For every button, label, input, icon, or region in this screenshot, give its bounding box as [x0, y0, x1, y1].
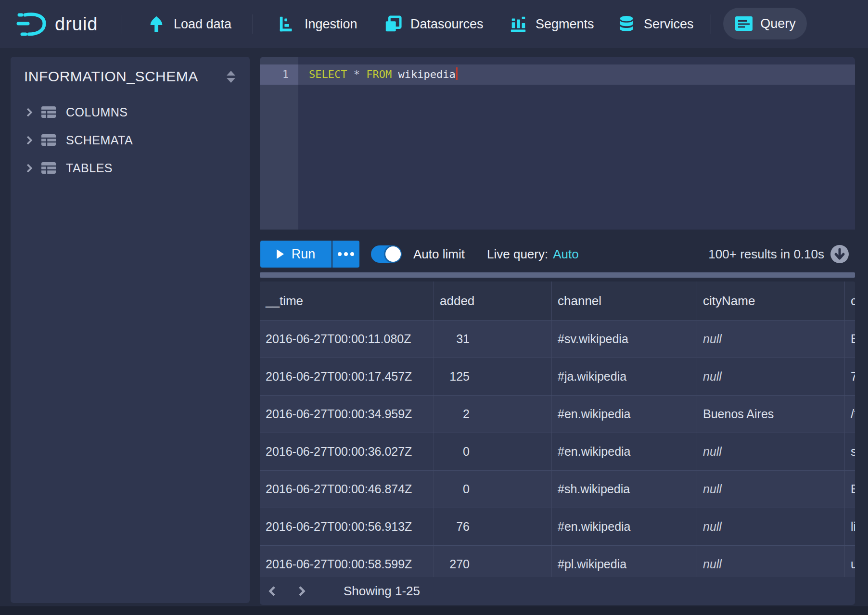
cell-cityname[interactable]: null — [697, 358, 845, 395]
cell-cityname[interactable]: null — [697, 320, 845, 358]
header-cell-time[interactable]: __time — [260, 282, 434, 320]
run-button[interactable]: Run — [260, 241, 332, 268]
cell-channel[interactable]: #en.wikipedia — [552, 508, 697, 545]
cell-channel[interactable]: #en.wikipedia — [552, 433, 697, 470]
cell-channel[interactable]: #sh.wikipedia — [552, 471, 697, 508]
more-icon — [338, 252, 342, 256]
schema-header: INFORMATION_SCHEMA — [11, 57, 250, 85]
play-icon — [277, 249, 284, 259]
toggle-knob — [385, 246, 401, 262]
results-summary: 100+ results in 0.10s — [708, 241, 824, 268]
chevron-left-icon — [268, 586, 278, 596]
pagination-bar: Showing 1-25 — [260, 577, 855, 605]
sql-table-name: wikipedia — [398, 68, 455, 80]
line-number: 1 — [260, 64, 289, 85]
table-row: 2016-06-27T00:00:34.959Z 2 #en.wikipedia… — [260, 395, 855, 433]
nav-item-services[interactable]: Services — [617, 0, 694, 48]
download-icon — [830, 244, 849, 264]
nav-item-label: Ingestion — [305, 17, 357, 32]
cell-cityname[interactable]: null — [697, 471, 845, 508]
table-row: 2016-06-27T00:00:56.913Z 76 #en.wikipedi… — [260, 508, 855, 545]
horizontal-scrollbar[interactable] — [260, 272, 855, 278]
table-row: 2016-06-27T00:00:36.027Z 0 #en.wikipedia… — [260, 433, 855, 470]
cell-time[interactable]: 2016-06-27T00:00:56.913Z — [260, 508, 434, 545]
text-cursor — [456, 67, 458, 80]
cell-time[interactable]: 2016-06-27T00:00:34.959Z — [260, 396, 434, 433]
cell-added[interactable]: 0 — [434, 471, 552, 508]
nav-item-ingestion[interactable]: Ingestion — [278, 0, 357, 48]
cell-added[interactable]: 76 — [434, 508, 552, 545]
cell-time[interactable]: 2016-06-27T00:00:46.874Z — [260, 471, 434, 508]
chevron-right-icon — [24, 108, 32, 116]
sort-icon[interactable] — [225, 69, 237, 85]
cell-comment[interactable]: 70. — [845, 358, 855, 395]
ingestion-icon — [278, 14, 297, 34]
cell-added[interactable]: 31 — [434, 320, 552, 358]
sql-star: * — [354, 68, 360, 80]
cell-comment[interactable]: link — [845, 508, 855, 545]
sql-editor[interactable]: 1 SELECT * FROM wikipedia — [260, 57, 855, 230]
cell-cityname[interactable]: Buenos Aires — [697, 396, 845, 433]
run-more-button[interactable] — [332, 241, 359, 268]
schema-title: INFORMATION_SCHEMA — [24, 68, 198, 85]
chevron-right-icon — [295, 586, 305, 596]
next-page-button[interactable] — [287, 577, 314, 605]
cell-time[interactable]: 2016-06-27T00:00:11.080Z — [260, 320, 434, 358]
cell-cityname[interactable]: null — [697, 433, 845, 470]
tree-item-schemata[interactable]: SCHEMATA — [11, 126, 250, 154]
nav-item-datasources[interactable]: Datasources — [383, 0, 484, 48]
schema-panel: INFORMATION_SCHEMA COLUMNS — [11, 57, 250, 603]
tree-item-columns[interactable]: COLUMNS — [11, 98, 250, 126]
nav-item-query[interactable]: Query — [723, 8, 807, 39]
tree-item-label: TABLES — [66, 161, 113, 175]
tree-item-tables[interactable]: TABLES — [11, 154, 250, 182]
tree-item-label: COLUMNS — [66, 105, 128, 119]
nav-item-load-data[interactable]: Load data — [147, 0, 231, 48]
prev-page-button[interactable] — [260, 577, 287, 605]
cell-time[interactable]: 2016-06-27T00:00:17.457Z — [260, 358, 434, 395]
cell-added[interactable]: 0 — [434, 433, 552, 470]
cell-channel[interactable]: #ja.wikipedia — [552, 358, 697, 395]
header-cell-channel[interactable]: channel — [552, 282, 697, 320]
druid-logo-icon — [16, 10, 48, 38]
druid-logo[interactable]: druid — [16, 10, 98, 38]
cell-comment[interactable]: Bot — [845, 320, 855, 358]
cell-time[interactable]: 2016-06-27T00:00:36.027Z — [260, 433, 434, 470]
auto-limit-toggle[interactable]: Auto limit — [371, 245, 465, 263]
live-query-control: Live query:Auto — [487, 241, 579, 268]
nav-item-label: Query — [760, 16, 796, 31]
cell-comment[interactable]: /* S — [845, 396, 855, 433]
cell-cityname[interactable]: null — [697, 508, 845, 545]
tree-item-label: SCHEMATA — [66, 133, 133, 147]
table-icon — [41, 106, 56, 118]
nav-item-label: Services — [644, 17, 694, 32]
table-header-row: __time added channel cityName comment — [260, 282, 855, 320]
header-cell-cityname[interactable]: cityName — [697, 282, 845, 320]
live-query-value[interactable]: Auto — [553, 247, 579, 261]
header-cell-added[interactable]: added — [434, 282, 552, 320]
sql-keyword: SELECT — [309, 68, 347, 80]
header-cell-comment[interactable]: comment — [845, 282, 855, 320]
query-workbench: 1 SELECT * FROM wikipedia Run — [260, 57, 855, 605]
nav-item-label: Segments — [536, 17, 594, 32]
nav-item-segments[interactable]: Segments — [509, 0, 594, 48]
table-row: 2016-06-27T00:00:46.874Z 0 #sh.wikipedia… — [260, 470, 855, 508]
cell-channel[interactable]: #sv.wikipedia — [552, 320, 697, 358]
cell-added[interactable]: 2 — [434, 396, 552, 433]
load-data-icon — [147, 14, 166, 34]
run-button-label: Run — [292, 247, 316, 262]
bottom-strip — [0, 606, 868, 615]
nav-separator — [711, 14, 711, 34]
cell-channel[interactable]: #en.wikipedia — [552, 396, 697, 433]
run-bar: Run Auto limit Live query:Auto 100+ resu… — [260, 241, 855, 268]
services-icon — [617, 14, 636, 34]
druid-logo-text: druid — [55, 14, 98, 35]
results-table: __time added channel cityName comment 20… — [260, 282, 855, 605]
cell-comment[interactable]: sta — [845, 433, 855, 470]
cell-added[interactable]: 125 — [434, 358, 552, 395]
cell-comment[interactable]: Bot — [845, 471, 855, 508]
nav-separator — [122, 14, 122, 34]
table-icon — [41, 162, 56, 174]
download-button[interactable] — [830, 244, 849, 264]
run-button-group: Run — [260, 241, 359, 268]
